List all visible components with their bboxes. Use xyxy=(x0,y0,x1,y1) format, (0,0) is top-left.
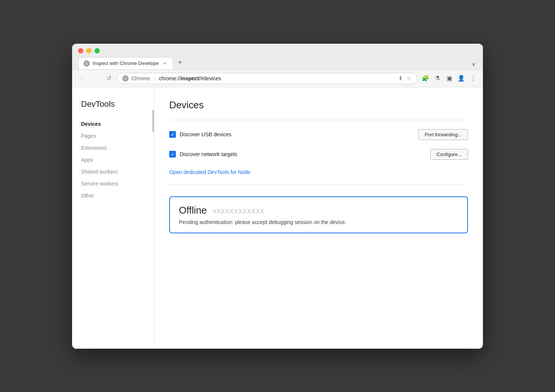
usb-option-label: Discover USB devices xyxy=(180,131,232,137)
address-separator: | xyxy=(154,75,155,81)
option-row-network: ✓ Discover network targets Configure... xyxy=(169,149,468,160)
toolbar-icons: 🧩 ⚗ ▣ 👤 ⋮ xyxy=(420,73,478,84)
address-url-end: /#devices xyxy=(199,75,221,81)
new-tab-button[interactable]: + xyxy=(175,57,185,68)
back-button[interactable]: ← xyxy=(77,73,87,84)
share-icon[interactable]: ⬆ xyxy=(398,75,403,82)
tab-list-chevron[interactable]: ∨ xyxy=(472,61,475,67)
address-url-bold: inspect xyxy=(181,75,199,81)
active-tab[interactable]: Inspect with Chrome Develope × xyxy=(78,57,173,69)
main-panel: Devices ✓ Discover USB devices Port forw… xyxy=(154,87,483,349)
network-checkbox-wrapper: ✓ Discover network targets xyxy=(169,151,430,158)
tab-title: Inspect with Chrome Develope xyxy=(93,60,159,66)
devtools-node-link[interactable]: Open dedicated DevTools for Node xyxy=(169,169,251,175)
sidebar-nav: Devices Pages Extensions Apps Shared wor… xyxy=(72,118,154,202)
checkbox-check-icon-2: ✓ xyxy=(171,152,175,157)
device-card: Offline #XXXXXXXXXXX Pending authenticat… xyxy=(169,196,468,233)
tab-favicon-icon xyxy=(84,60,90,66)
close-button[interactable] xyxy=(78,48,83,53)
sidebar-item-service-workers[interactable]: Service workers xyxy=(72,178,154,190)
maximize-button[interactable] xyxy=(94,48,100,53)
page-title: Devices xyxy=(169,99,468,111)
tab-bar: Inspect with Chrome Develope × + ∨ xyxy=(78,57,477,69)
device-id: #XXXXXXXXXXX xyxy=(213,208,264,215)
divider-1 xyxy=(169,120,468,120)
usb-checkbox-wrapper: ✓ Discover USB devices xyxy=(169,131,418,138)
extensions-icon[interactable]: 🧩 xyxy=(420,73,431,84)
bookmark-icon[interactable]: ☆ xyxy=(407,75,412,82)
device-message: Pending authentication: please accept de… xyxy=(179,219,458,225)
nav-bar: ← → ↺ Chrome | chrome://inspect/#devices… xyxy=(72,70,483,87)
sidebar-item-extensions[interactable]: Extensions xyxy=(72,142,154,154)
network-checkbox[interactable]: ✓ xyxy=(169,151,176,158)
split-icon[interactable]: ▣ xyxy=(444,73,455,84)
browser-window: Inspect with Chrome Develope × + ∨ ← → ↺… xyxy=(72,44,483,349)
profile-icon[interactable]: 👤 xyxy=(456,73,466,84)
device-status: Offline xyxy=(179,205,207,216)
checkbox-check-icon: ✓ xyxy=(171,132,175,137)
address-url-start: chrome:// xyxy=(159,75,180,81)
address-chrome-label: Chrome xyxy=(131,75,150,81)
traffic-lights xyxy=(78,48,477,53)
device-card-header: Offline #XXXXXXXXXXX xyxy=(179,205,458,216)
address-favicon-icon xyxy=(123,75,128,81)
usb-checkbox[interactable]: ✓ xyxy=(169,131,176,138)
tab-close-button[interactable]: × xyxy=(162,60,168,66)
title-bar: Inspect with Chrome Develope × + ∨ xyxy=(72,44,483,70)
sidebar-item-apps[interactable]: Apps xyxy=(72,154,154,166)
sidebar: DevTools Devices Pages Extensions Apps S… xyxy=(72,87,154,349)
sidebar-item-shared-workers[interactable]: Shared workers xyxy=(72,166,154,178)
sidebar-item-devices[interactable]: Devices xyxy=(72,118,154,130)
address-action-icons: ⬆ ☆ xyxy=(398,75,412,82)
forward-button[interactable]: → xyxy=(90,73,100,84)
port-forwarding-button[interactable]: Port forwarding... xyxy=(418,129,468,140)
network-option-label: Discover network targets xyxy=(180,151,237,157)
sidebar-item-pages[interactable]: Pages xyxy=(72,130,154,142)
address-bar[interactable]: Chrome | chrome://inspect/#devices ⬆ ☆ xyxy=(117,73,417,84)
configure-button[interactable]: Configure... xyxy=(430,149,468,160)
reload-button[interactable]: ↺ xyxy=(103,73,114,84)
sidebar-item-other[interactable]: Other xyxy=(72,190,154,202)
divider-2 xyxy=(169,184,468,184)
lab-icon[interactable]: ⚗ xyxy=(432,73,443,84)
minimize-button[interactable] xyxy=(86,48,92,53)
scroll-indicator xyxy=(152,110,154,132)
sidebar-title: DevTools xyxy=(72,99,154,109)
option-row-usb: ✓ Discover USB devices Port forwarding..… xyxy=(169,129,468,140)
menu-icon[interactable]: ⋮ xyxy=(468,73,478,84)
main-content: DevTools Devices Pages Extensions Apps S… xyxy=(72,87,483,349)
address-url: chrome://inspect/#devices xyxy=(159,75,221,81)
